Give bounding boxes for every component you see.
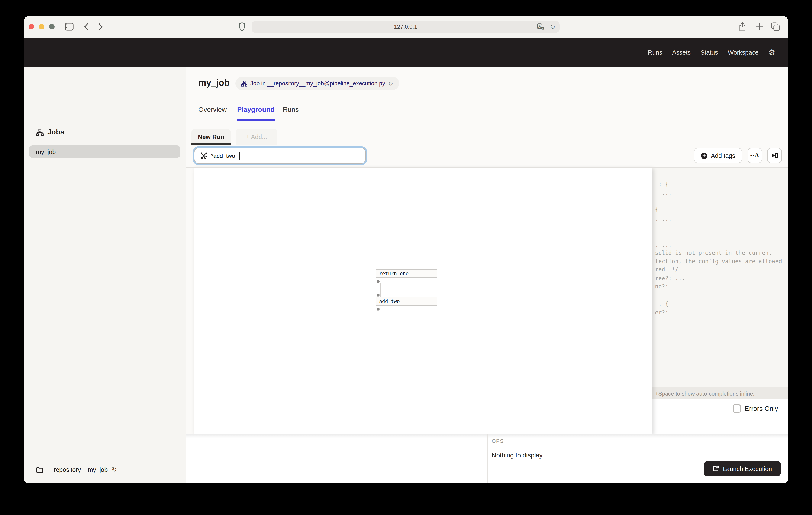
job-graph-icon xyxy=(36,129,44,136)
nav-runs[interactable]: Runs xyxy=(648,49,662,56)
settings-gear-icon[interactable]: ⚙ xyxy=(768,49,775,56)
forward-button[interactable] xyxy=(98,23,103,31)
tab-overview[interactable]: Overview xyxy=(198,106,227,113)
graph-node-add-two[interactable]: add_two xyxy=(376,297,437,305)
browser-window: 127.0.0.1 A 文 ↻ xyxy=(24,16,788,483)
config-tab-label: New Run xyxy=(198,133,224,140)
new-tab-icon[interactable] xyxy=(756,23,763,31)
add-tags-button[interactable]: Add tags xyxy=(694,148,742,163)
minimize-window-button[interactable] xyxy=(39,24,45,29)
privacy-shield-icon[interactable] xyxy=(239,22,245,31)
op-selector-input[interactable]: *add_two xyxy=(194,147,366,164)
sidebar-title: Jobs xyxy=(47,128,64,137)
nav-status[interactable]: Status xyxy=(700,49,718,56)
translate-icon[interactable]: A 文 xyxy=(537,24,544,30)
launch-execution-label: Launch Execution xyxy=(723,465,772,472)
config-tab-add[interactable]: + Add... xyxy=(236,129,277,145)
tab-playground[interactable]: Playground xyxy=(237,106,274,113)
panel-top-border xyxy=(186,167,788,168)
errors-only-label: Errors Only xyxy=(745,405,778,413)
screenshot-stage: 127.0.0.1 A 文 ↻ xyxy=(0,0,812,515)
page-title: my_job xyxy=(198,78,230,88)
config-tabs-divider xyxy=(186,145,788,145)
jobs-sidebar: Jobs my_job __repository__my_job ↻ xyxy=(24,67,186,483)
url-bar[interactable]: 127.0.0.1 A 文 ↻ xyxy=(252,21,559,33)
bottom-panel-divider xyxy=(488,434,488,483)
output-port xyxy=(377,280,380,283)
play-panel-icon xyxy=(771,152,778,159)
config-line: : { xyxy=(655,181,668,188)
tab-runs[interactable]: Runs xyxy=(283,106,299,113)
config-editor-footer: +Space to show auto-completions inline. xyxy=(652,387,788,399)
input-port xyxy=(377,294,380,297)
config-line: : ... xyxy=(655,241,672,248)
sidebar-item-my-job[interactable]: my_job xyxy=(29,145,180,158)
config-editor-lower xyxy=(652,399,788,434)
bottom-panel: OPS Nothing to display. Launch Execution xyxy=(186,434,788,483)
repository-row[interactable]: __repository__my_job ↻ xyxy=(24,462,186,477)
config-line: red. */ xyxy=(655,266,678,273)
toggle-right-panel-button[interactable] xyxy=(767,148,782,163)
plus-circle-icon xyxy=(701,152,707,159)
tabs-divider xyxy=(186,121,788,121)
share-icon[interactable] xyxy=(738,22,746,32)
op-selector-value: *add_two xyxy=(211,153,235,159)
config-line: solid is not present in the current xyxy=(655,249,772,256)
ops-heading: OPS xyxy=(492,438,504,444)
external-launch-icon xyxy=(713,465,719,472)
browser-toolbar: 127.0.0.1 A 文 ↻ xyxy=(24,16,788,37)
job-origin-badge[interactable]: Job in __repository__my_job@pipeline_exe… xyxy=(235,77,399,90)
tab-overview-icon[interactable] xyxy=(771,22,780,31)
nav-workspace[interactable]: Workspace xyxy=(728,49,759,56)
reload-job-icon[interactable]: ↻ xyxy=(388,80,393,87)
zoom-window-button[interactable] xyxy=(49,24,55,29)
jobs-header: Jobs xyxy=(36,128,64,137)
graph-preview-canvas[interactable]: return_one add_two xyxy=(194,167,652,434)
svg-text:A: A xyxy=(539,25,541,28)
add-config-tab-label: + Add... xyxy=(246,133,267,140)
config-line: : ... xyxy=(655,215,672,222)
config-line: ne?: ... xyxy=(655,283,682,290)
sidebar-toggle-icon[interactable] xyxy=(65,23,74,31)
config-line: ... xyxy=(655,189,672,197)
scaffold-config-button[interactable]: ••A xyxy=(748,148,762,163)
job-origin-label: Job in __repository__my_job@pipeline_exe… xyxy=(250,80,385,87)
back-button[interactable] xyxy=(84,23,89,31)
sidebar-item-label: my_job xyxy=(36,148,56,155)
svg-text:文: 文 xyxy=(541,27,544,30)
config-line: lection, the config values are allowed xyxy=(655,258,782,265)
url-text: 127.0.0.1 xyxy=(252,24,559,30)
config-line: er?: ... xyxy=(655,309,682,316)
text-caret xyxy=(239,152,240,159)
folder-icon xyxy=(36,467,43,473)
errors-only-checkbox[interactable] xyxy=(733,405,741,413)
config-line: ree?: ... xyxy=(655,275,685,282)
config-line: { xyxy=(655,206,659,213)
autocomplete-hint: +Space to show auto-completions inline. xyxy=(655,390,754,397)
graph-node-return-one[interactable]: return_one xyxy=(376,269,437,278)
app-header: Search... / Runs Assets Status Workspace… xyxy=(24,37,788,67)
config-line: : { xyxy=(655,300,668,307)
graph-edge xyxy=(380,283,381,297)
reload-repository-icon[interactable]: ↻ xyxy=(112,466,117,473)
add-tags-label: Add tags xyxy=(711,152,735,159)
app-nav: Runs Assets Status Workspace ⚙ xyxy=(648,37,775,67)
output-port xyxy=(377,308,380,310)
op-selector-icon xyxy=(200,152,208,160)
config-tab-new-run[interactable]: New Run xyxy=(192,129,231,145)
launch-execution-button[interactable]: Launch Execution xyxy=(704,461,781,476)
repository-name: __repository__my_job xyxy=(47,466,108,473)
scaffold-config-icon: ••A xyxy=(750,152,759,159)
nav-assets[interactable]: Assets xyxy=(672,49,691,56)
ops-empty-text: Nothing to display. xyxy=(492,452,544,459)
job-graph-icon xyxy=(241,80,248,86)
reload-icon[interactable]: ↻ xyxy=(550,23,555,31)
close-window-button[interactable] xyxy=(29,24,34,29)
